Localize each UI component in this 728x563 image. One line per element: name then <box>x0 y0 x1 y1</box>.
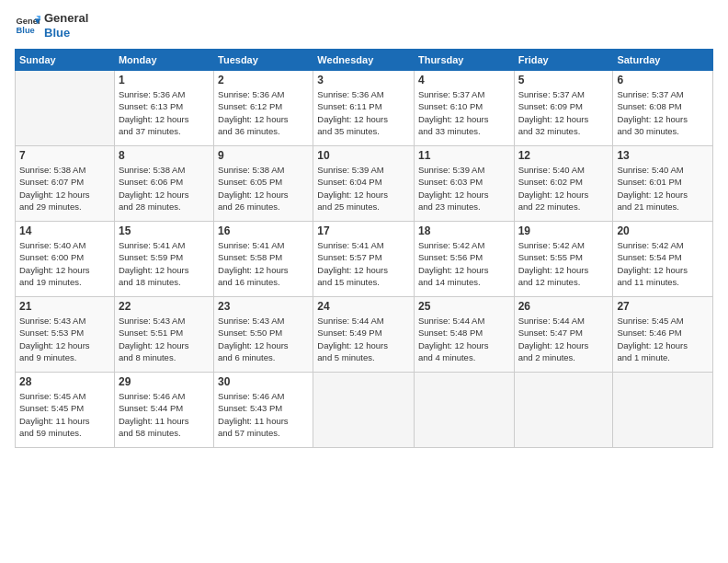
calendar-cell: 26Sunrise: 5:44 AM Sunset: 5:47 PM Dayli… <box>514 297 613 373</box>
calendar-cell: 11Sunrise: 5:39 AM Sunset: 6:03 PM Dayli… <box>414 146 514 222</box>
logo-icon: General Blue <box>15 13 40 39</box>
day-info: Sunrise: 5:37 AM Sunset: 6:09 PM Dayligh… <box>518 88 609 137</box>
calendar-cell: 6Sunrise: 5:37 AM Sunset: 6:08 PM Daylig… <box>613 71 713 146</box>
weekday-header-sunday: Sunday <box>16 50 115 71</box>
day-info: Sunrise: 5:38 AM Sunset: 6:06 PM Dayligh… <box>119 164 210 213</box>
day-info: Sunrise: 5:43 AM Sunset: 5:50 PM Dayligh… <box>218 315 309 363</box>
day-info: Sunrise: 5:42 AM Sunset: 5:55 PM Dayligh… <box>518 239 609 288</box>
svg-text:Blue: Blue <box>17 25 35 34</box>
day-info: Sunrise: 5:38 AM Sunset: 6:07 PM Dayligh… <box>19 164 110 213</box>
weekday-header-tuesday: Tuesday <box>214 50 313 71</box>
weekday-header-saturday: Saturday <box>613 50 713 71</box>
calendar-cell: 28Sunrise: 5:45 AM Sunset: 5:45 PM Dayli… <box>16 373 115 448</box>
day-number: 28 <box>19 375 110 388</box>
day-number: 22 <box>119 300 210 313</box>
day-info: Sunrise: 5:41 AM Sunset: 5:58 PM Dayligh… <box>218 239 309 288</box>
day-info: Sunrise: 5:38 AM Sunset: 6:05 PM Dayligh… <box>218 164 309 213</box>
calendar-cell: 5Sunrise: 5:37 AM Sunset: 6:09 PM Daylig… <box>514 71 613 146</box>
calendar-cell: 8Sunrise: 5:38 AM Sunset: 6:06 PM Daylig… <box>114 146 213 222</box>
day-info: Sunrise: 5:44 AM Sunset: 5:49 PM Dayligh… <box>317 315 410 363</box>
weekday-header-monday: Monday <box>114 50 213 71</box>
day-info: Sunrise: 5:36 AM Sunset: 6:13 PM Dayligh… <box>119 88 210 137</box>
day-info: Sunrise: 5:45 AM Sunset: 5:45 PM Dayligh… <box>19 390 110 439</box>
day-number: 29 <box>119 375 210 388</box>
day-info: Sunrise: 5:42 AM Sunset: 5:56 PM Dayligh… <box>418 239 510 288</box>
day-number: 16 <box>218 224 309 237</box>
day-info: Sunrise: 5:43 AM Sunset: 5:53 PM Dayligh… <box>19 315 110 363</box>
weekday-header-thursday: Thursday <box>414 50 514 71</box>
calendar-cell: 21Sunrise: 5:43 AM Sunset: 5:53 PM Dayli… <box>16 297 115 373</box>
calendar-cell: 17Sunrise: 5:41 AM Sunset: 5:57 PM Dayli… <box>313 222 415 297</box>
calendar-cell: 7Sunrise: 5:38 AM Sunset: 6:07 PM Daylig… <box>16 146 115 222</box>
calendar-table: SundayMondayTuesdayWednesdayThursdayFrid… <box>15 49 713 448</box>
calendar-cell: 2Sunrise: 5:36 AM Sunset: 6:12 PM Daylig… <box>214 71 313 146</box>
day-number: 3 <box>317 74 410 86</box>
calendar-cell <box>16 71 115 146</box>
calendar-cell: 25Sunrise: 5:44 AM Sunset: 5:48 PM Dayli… <box>414 297 514 373</box>
day-info: Sunrise: 5:46 AM Sunset: 5:44 PM Dayligh… <box>119 390 210 439</box>
day-number: 23 <box>218 300 309 313</box>
day-number: 12 <box>518 149 609 162</box>
day-number: 1 <box>119 74 210 86</box>
day-number: 4 <box>418 74 510 86</box>
calendar-cell: 20Sunrise: 5:42 AM Sunset: 5:54 PM Dayli… <box>613 222 713 297</box>
day-info: Sunrise: 5:43 AM Sunset: 5:51 PM Dayligh… <box>119 315 210 363</box>
day-number: 10 <box>317 149 410 162</box>
day-info: Sunrise: 5:41 AM Sunset: 5:57 PM Dayligh… <box>317 239 410 288</box>
logo-text-blue: Blue <box>44 26 88 40</box>
calendar-cell <box>313 373 415 448</box>
day-info: Sunrise: 5:40 AM Sunset: 6:00 PM Dayligh… <box>19 239 110 288</box>
calendar-cell: 14Sunrise: 5:40 AM Sunset: 6:00 PM Dayli… <box>16 222 115 297</box>
day-number: 27 <box>617 300 709 313</box>
day-info: Sunrise: 5:42 AM Sunset: 5:54 PM Dayligh… <box>617 239 709 288</box>
day-number: 5 <box>518 74 609 86</box>
calendar-week-3: 14Sunrise: 5:40 AM Sunset: 6:00 PM Dayli… <box>16 222 713 297</box>
day-number: 24 <box>317 300 410 313</box>
calendar-week-4: 21Sunrise: 5:43 AM Sunset: 5:53 PM Dayli… <box>16 297 713 373</box>
day-info: Sunrise: 5:36 AM Sunset: 6:11 PM Dayligh… <box>317 88 410 137</box>
calendar-cell: 13Sunrise: 5:40 AM Sunset: 6:01 PM Dayli… <box>613 146 713 222</box>
calendar-week-1: 1Sunrise: 5:36 AM Sunset: 6:13 PM Daylig… <box>16 71 713 146</box>
calendar-cell: 29Sunrise: 5:46 AM Sunset: 5:44 PM Dayli… <box>114 373 213 448</box>
logo-text-general: General <box>44 11 88 26</box>
day-info: Sunrise: 5:44 AM Sunset: 5:47 PM Dayligh… <box>518 315 609 363</box>
day-info: Sunrise: 5:39 AM Sunset: 6:03 PM Dayligh… <box>418 164 510 213</box>
day-info: Sunrise: 5:40 AM Sunset: 6:02 PM Dayligh… <box>518 164 609 213</box>
day-number: 15 <box>119 224 210 237</box>
calendar-cell: 15Sunrise: 5:41 AM Sunset: 5:59 PM Dayli… <box>114 222 213 297</box>
calendar-cell: 10Sunrise: 5:39 AM Sunset: 6:04 PM Dayli… <box>313 146 415 222</box>
calendar-cell <box>414 373 514 448</box>
calendar-week-5: 28Sunrise: 5:45 AM Sunset: 5:45 PM Dayli… <box>16 373 713 448</box>
day-info: Sunrise: 5:36 AM Sunset: 6:12 PM Dayligh… <box>218 88 309 137</box>
day-number: 6 <box>617 74 709 86</box>
calendar-cell: 1Sunrise: 5:36 AM Sunset: 6:13 PM Daylig… <box>114 71 213 146</box>
day-info: Sunrise: 5:44 AM Sunset: 5:48 PM Dayligh… <box>418 315 510 363</box>
day-info: Sunrise: 5:39 AM Sunset: 6:04 PM Dayligh… <box>317 164 410 213</box>
calendar-cell: 27Sunrise: 5:45 AM Sunset: 5:46 PM Dayli… <box>613 297 713 373</box>
day-info: Sunrise: 5:46 AM Sunset: 5:43 PM Dayligh… <box>218 390 309 439</box>
calendar-cell: 3Sunrise: 5:36 AM Sunset: 6:11 PM Daylig… <box>313 71 415 146</box>
day-number: 21 <box>19 300 110 313</box>
day-number: 8 <box>119 149 210 162</box>
day-number: 25 <box>418 300 510 313</box>
day-number: 26 <box>518 300 609 313</box>
calendar-cell: 24Sunrise: 5:44 AM Sunset: 5:49 PM Dayli… <box>313 297 415 373</box>
day-number: 14 <box>19 224 110 237</box>
calendar-cell: 22Sunrise: 5:43 AM Sunset: 5:51 PM Dayli… <box>114 297 213 373</box>
day-number: 18 <box>418 224 510 237</box>
day-info: Sunrise: 5:40 AM Sunset: 6:01 PM Dayligh… <box>617 164 709 213</box>
calendar-cell: 12Sunrise: 5:40 AM Sunset: 6:02 PM Dayli… <box>514 146 613 222</box>
day-number: 9 <box>218 149 309 162</box>
weekday-header-wednesday: Wednesday <box>313 50 415 71</box>
logo: General Blue General Blue <box>15 11 88 40</box>
calendar-cell: 23Sunrise: 5:43 AM Sunset: 5:50 PM Dayli… <box>214 297 313 373</box>
day-number: 19 <box>518 224 609 237</box>
day-number: 30 <box>218 375 309 388</box>
day-info: Sunrise: 5:37 AM Sunset: 6:08 PM Dayligh… <box>617 88 709 137</box>
calendar-cell <box>613 373 713 448</box>
weekday-header-row: SundayMondayTuesdayWednesdayThursdayFrid… <box>16 50 713 71</box>
calendar-cell: 30Sunrise: 5:46 AM Sunset: 5:43 PM Dayli… <box>214 373 313 448</box>
day-number: 11 <box>418 149 510 162</box>
calendar-cell: 18Sunrise: 5:42 AM Sunset: 5:56 PM Dayli… <box>414 222 514 297</box>
day-number: 7 <box>19 149 110 162</box>
